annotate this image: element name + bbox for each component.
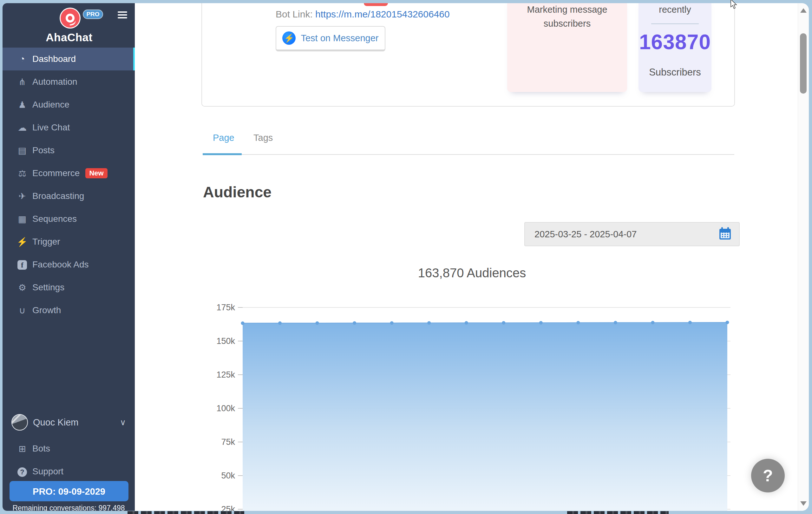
page-title: Audience <box>203 183 271 201</box>
avatar <box>11 414 28 431</box>
sidebar-item-growth[interactable]: ∪Growth <box>3 299 135 322</box>
subscriber-count: 163870 <box>638 30 712 54</box>
svg-text:125k: 125k <box>216 370 235 379</box>
clipped-bottom-text <box>567 511 669 514</box>
new-badge: New <box>85 168 107 178</box>
screen: { "app": {"name": "AhaChat", "pro_badge"… <box>0 0 812 514</box>
date-range-value: 2025-03-25 - 2025-04-07 <box>534 229 719 239</box>
livechat-icon: ☁ <box>15 122 29 133</box>
messenger-icon: ⚡ <box>282 31 296 45</box>
sidebar-item-label: Ecommerce <box>32 168 80 178</box>
tab-tags[interactable]: Tags <box>254 133 273 143</box>
chevron-down-icon: ∨ <box>120 418 126 427</box>
bot-link-url[interactable]: https://m.me/182015432606460 <box>315 9 450 19</box>
sidebar-item-sequences[interactable]: ▦Sequences <box>3 207 135 230</box>
audience-area-chart: 175k150k125k100k75k50k25k <box>202 298 742 511</box>
clipped-bottom-text <box>127 511 244 514</box>
svg-text:175k: 175k <box>216 303 235 312</box>
sidebar-item-automation[interactable]: ⋔Automation <box>3 70 135 93</box>
subscribe-recently-card: Subscribe recently 163870 Subscribers <box>638 3 712 92</box>
settings-icon: ⚙ <box>15 282 29 293</box>
sidebar-item-label: Posts <box>32 145 55 155</box>
bot-summary-card: Bot Link: https://m.me/182015432606460 ⚡… <box>201 3 735 107</box>
sidebar-item-label: Settings <box>32 282 64 292</box>
sidebar-item-label: Broadcasting <box>32 191 84 201</box>
pro-expiry-button[interactable]: PRO: 09-09-2029 <box>9 481 128 501</box>
growth-icon: ∪ <box>15 305 29 316</box>
dashboard-icon: ◔ <box>15 54 29 64</box>
sidebar-item-audience[interactable]: ♟Audience <box>3 93 135 116</box>
sidebar-item-trigger[interactable]: ⚡Trigger <box>3 230 135 253</box>
test-on-messenger-button[interactable]: ⚡ Test on Messenger <box>276 26 385 51</box>
automation-icon: ⋔ <box>15 77 29 87</box>
sidebar-item-dashboard[interactable]: ◔Dashboard <box>3 48 135 70</box>
svg-text:150k: 150k <box>216 336 235 346</box>
app-title: AhaChat <box>22 31 117 44</box>
date-range-picker[interactable]: 2025-03-25 - 2025-04-07 <box>524 222 740 246</box>
tab-bar: Page Tags <box>203 130 734 156</box>
tab-page[interactable]: Page <box>213 133 234 143</box>
sidebar-item-label: Support <box>32 466 63 477</box>
scroll-down-arrow-icon[interactable] <box>800 501 807 506</box>
bot-link-label: Bot Link: <box>276 9 313 19</box>
bots-icon: ⊞ <box>15 444 29 454</box>
sidebar-item-label: Live Chat <box>32 122 70 133</box>
sidebar-item-broadcasting[interactable]: ✈Broadcasting <box>3 185 135 207</box>
svg-text:100k: 100k <box>216 404 235 413</box>
test-on-messenger-label: Test on Messenger <box>301 33 378 44</box>
ecommerce-icon: ⚖ <box>15 168 29 179</box>
sidebar-menu: ◔Dashboard⋔Automation♟Audience☁Live Chat… <box>3 48 135 322</box>
calendar-icon[interactable] <box>719 229 731 239</box>
audience-icon: ♟ <box>15 99 29 110</box>
sidebar-item-label: Facebook Ads <box>32 260 88 270</box>
bot-link-row: Bot Link: https://m.me/182015432606460 <box>276 9 450 20</box>
logo: PRO AhaChat <box>3 3 135 48</box>
sidebar-footer-menu: ⊞Bots?Support <box>3 437 135 483</box>
mouse-cursor <box>729 0 739 10</box>
sidebar-item-bots[interactable]: ⊞Bots <box>3 437 135 460</box>
sidebar-item-posts[interactable]: ▤Posts <box>3 139 135 162</box>
posts-icon: ▤ <box>15 145 29 156</box>
sidebar-item-label: Growth <box>32 305 61 315</box>
divider <box>651 24 699 24</box>
active-tab-underline <box>203 153 242 155</box>
marketing-subscribers-title: Marketing message subscribers <box>507 3 627 30</box>
scrollbar-thumb[interactable] <box>800 33 807 94</box>
subscribe-recently-title: Subscribe recently <box>638 3 712 17</box>
hamburger-menu-icon[interactable] <box>118 11 127 20</box>
sidebar-item-label: Sequences <box>32 214 77 224</box>
clipped-red-badge <box>364 3 388 6</box>
sidebar-item-label: Trigger <box>32 237 60 247</box>
sidebar: PRO AhaChat ◔Dashboard⋔Automation♟Audien… <box>3 3 135 511</box>
sequences-icon: ▦ <box>15 214 29 224</box>
sidebar-item-facebook-ads[interactable]: fFacebook Ads <box>3 253 135 276</box>
svg-text:75k: 75k <box>221 437 235 447</box>
ahachat-logo-icon <box>60 8 81 29</box>
app-window: PRO AhaChat ◔Dashboard⋔Automation♟Audien… <box>3 3 809 511</box>
chart-title: 163,870 Audiences <box>202 266 742 280</box>
trigger-icon: ⚡ <box>15 237 29 247</box>
facebook-icon: f <box>15 260 29 270</box>
sidebar-item-support[interactable]: ?Support <box>3 460 135 483</box>
svg-text:25k: 25k <box>221 505 235 511</box>
vertical-scrollbar[interactable] <box>798 3 809 511</box>
sidebar-user[interactable]: Quoc Kiem ∨ <box>3 411 135 434</box>
sidebar-item-live-chat[interactable]: ☁Live Chat <box>3 116 135 139</box>
support-icon: ? <box>15 466 29 477</box>
sidebar-item-label: Bots <box>32 444 50 454</box>
marketing-subscribers-card: Marketing message subscribers <box>507 3 627 92</box>
sidebar-item-label: Audience <box>32 99 69 110</box>
sidebar-item-ecommerce[interactable]: ⚖EcommerceNew <box>3 162 135 185</box>
subscriber-unit-label: Subscribers <box>638 67 712 78</box>
sidebar-item-label: Dashboard <box>32 54 76 64</box>
sidebar-item-label: Automation <box>32 77 78 87</box>
remaining-conversations: Remaining conversations: 997,498 <box>3 504 135 511</box>
pro-badge: PRO <box>83 9 103 19</box>
help-button[interactable]: ? <box>751 459 785 492</box>
scroll-up-arrow-icon[interactable] <box>800 8 807 13</box>
tab-baseline <box>203 154 734 155</box>
svg-text:50k: 50k <box>221 471 235 480</box>
main-content: Bot Link: https://m.me/182015432606460 ⚡… <box>135 3 799 511</box>
sidebar-item-settings[interactable]: ⚙Settings <box>3 276 135 299</box>
user-name: Quoc Kiem <box>33 417 120 428</box>
